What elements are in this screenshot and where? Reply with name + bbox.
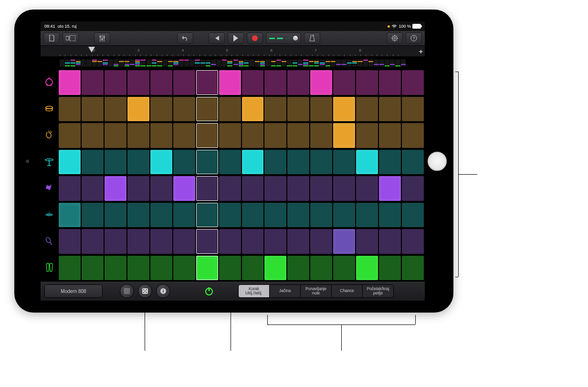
step-cell[interactable] xyxy=(356,229,378,254)
step-cell[interactable] xyxy=(264,203,286,228)
step-cell[interactable] xyxy=(356,70,378,95)
preset-selector[interactable]: Modern 808 xyxy=(44,284,103,298)
snare-icon[interactable] xyxy=(41,96,58,123)
step-cell[interactable] xyxy=(127,229,149,254)
timeline-ruler[interactable]: + 2345678 xyxy=(41,46,425,57)
master-volume[interactable] xyxy=(266,32,301,44)
step-cell[interactable] xyxy=(173,70,195,95)
step-cell[interactable] xyxy=(242,256,264,281)
step-cell[interactable] xyxy=(402,70,424,95)
step-cell[interactable] xyxy=(356,97,378,122)
step-cell[interactable] xyxy=(402,97,424,122)
step-cell[interactable] xyxy=(150,203,172,228)
step-cell[interactable] xyxy=(82,176,104,201)
shaker-icon[interactable] xyxy=(41,228,58,255)
step-cell[interactable] xyxy=(150,256,172,281)
step-cell[interactable] xyxy=(379,150,401,175)
step-cell[interactable] xyxy=(287,150,309,175)
step-cell[interactable] xyxy=(310,123,332,148)
tab-note-repeat[interactable]: Ponavljanje note xyxy=(301,285,332,298)
step-cell[interactable] xyxy=(219,256,241,281)
tab-chance[interactable]: Chance xyxy=(332,285,363,298)
step-cell[interactable] xyxy=(242,176,264,201)
step-cell[interactable] xyxy=(59,70,81,95)
browser-button[interactable] xyxy=(63,32,79,44)
step-cell[interactable] xyxy=(264,150,286,175)
step-cell[interactable] xyxy=(333,123,355,148)
step-cell[interactable] xyxy=(287,97,309,122)
step-cell[interactable] xyxy=(402,203,424,228)
add-section-button[interactable]: + xyxy=(419,48,423,55)
step-cell[interactable] xyxy=(333,176,355,201)
step-cell[interactable] xyxy=(196,123,218,148)
step-cell[interactable] xyxy=(150,70,172,95)
step-cell[interactable] xyxy=(82,256,104,281)
hihat-icon[interactable] xyxy=(41,149,58,176)
step-cell[interactable] xyxy=(173,256,195,281)
step-cell[interactable] xyxy=(310,97,332,122)
step-cell[interactable] xyxy=(59,150,81,175)
play-button[interactable] xyxy=(228,32,244,44)
kick-icon[interactable] xyxy=(41,69,58,96)
step-cell[interactable] xyxy=(333,256,355,281)
step-cell[interactable] xyxy=(402,256,424,281)
step-cell[interactable] xyxy=(333,229,355,254)
step-cell[interactable] xyxy=(310,256,332,281)
step-cell[interactable] xyxy=(59,203,81,228)
tab-velocity[interactable]: Jačina xyxy=(270,285,301,298)
step-cell[interactable] xyxy=(264,123,286,148)
step-cell[interactable] xyxy=(82,97,104,122)
home-button[interactable] xyxy=(428,152,447,171)
step-cell[interactable] xyxy=(59,229,81,254)
step-cell[interactable] xyxy=(219,123,241,148)
step-cell[interactable] xyxy=(105,97,126,122)
step-cell[interactable] xyxy=(219,176,241,201)
step-cell[interactable] xyxy=(127,123,149,148)
step-cell[interactable] xyxy=(242,203,264,228)
step-cell[interactable] xyxy=(333,150,355,175)
step-cell[interactable] xyxy=(105,150,126,175)
step-cell[interactable] xyxy=(333,203,355,228)
metronome-button[interactable] xyxy=(304,32,320,44)
step-cell[interactable] xyxy=(310,229,332,254)
tab-loop[interactable]: Početak/kraj petlje xyxy=(363,285,393,298)
step-cell[interactable] xyxy=(127,203,149,228)
step-cell[interactable] xyxy=(379,256,401,281)
step-cell[interactable] xyxy=(264,70,286,95)
step-cell[interactable] xyxy=(82,203,104,228)
perc2-icon[interactable] xyxy=(41,202,58,229)
step-cell[interactable] xyxy=(379,123,401,148)
rewind-button[interactable] xyxy=(209,32,225,44)
tab-step-toggle[interactable]: Korak Uklj./Isklj. xyxy=(239,285,270,298)
step-cell[interactable] xyxy=(59,176,81,201)
step-cell[interactable] xyxy=(402,176,424,201)
step-cell[interactable] xyxy=(402,150,424,175)
step-cell[interactable] xyxy=(242,70,264,95)
step-cell[interactable] xyxy=(264,97,286,122)
step-cell[interactable] xyxy=(105,70,126,95)
step-cell[interactable] xyxy=(264,229,286,254)
step-cell[interactable] xyxy=(196,97,218,122)
step-cell[interactable] xyxy=(242,229,264,254)
info-button[interactable]: i xyxy=(156,284,170,298)
step-cell[interactable] xyxy=(356,203,378,228)
step-cell[interactable] xyxy=(219,70,241,95)
step-cell[interactable] xyxy=(242,123,264,148)
step-cell[interactable] xyxy=(356,150,378,175)
step-cell[interactable] xyxy=(356,176,378,201)
record-button[interactable] xyxy=(247,32,263,44)
step-cell[interactable] xyxy=(379,97,401,122)
step-cell[interactable] xyxy=(127,150,149,175)
step-cell[interactable] xyxy=(150,123,172,148)
step-cell[interactable] xyxy=(127,97,149,122)
song-overview[interactable] xyxy=(41,57,425,69)
step-cell[interactable] xyxy=(287,256,309,281)
step-cell[interactable] xyxy=(59,123,81,148)
step-cell[interactable] xyxy=(333,70,355,95)
step-cell[interactable] xyxy=(150,176,172,201)
step-cell[interactable] xyxy=(196,203,218,228)
step-cell[interactable] xyxy=(356,123,378,148)
step-cell[interactable] xyxy=(105,176,126,201)
step-cell[interactable] xyxy=(356,256,378,281)
step-cell[interactable] xyxy=(310,203,332,228)
